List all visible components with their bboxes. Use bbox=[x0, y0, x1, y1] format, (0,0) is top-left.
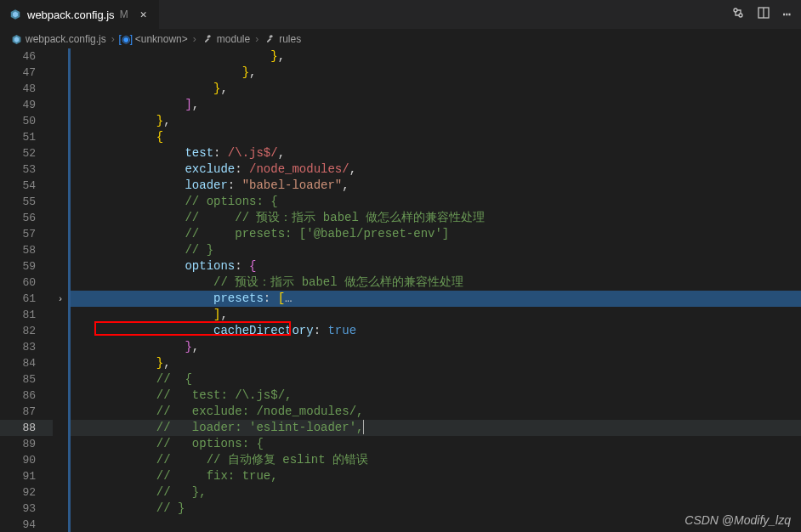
editor[interactable]: 4647484950515253545556575859606181828384… bbox=[0, 48, 801, 532]
line-number-gutter: 4647484950515253545556575859606181828384… bbox=[0, 48, 53, 532]
breadcrumb-separator: › bbox=[255, 33, 258, 45]
svg-point-0 bbox=[734, 8, 737, 12]
wrench-icon bbox=[202, 33, 213, 45]
breadcrumb: webpack.config.js › [◉] <unknown> › modu… bbox=[0, 30, 801, 48]
tab-modified-badge: M bbox=[120, 8, 128, 20]
breadcrumb-file[interactable]: webpack.config.js bbox=[10, 33, 106, 45]
symbol-icon: [◉] bbox=[120, 33, 132, 45]
close-icon[interactable]: ✕ bbox=[137, 8, 151, 21]
tab-bar: webpack.config.js M ✕ ⋯ bbox=[0, 0, 801, 30]
js-file-icon bbox=[10, 33, 22, 45]
split-editor-icon[interactable] bbox=[757, 6, 770, 24]
title-actions: ⋯ bbox=[731, 6, 801, 24]
compare-icon[interactable] bbox=[731, 6, 745, 24]
svg-point-1 bbox=[739, 14, 742, 17]
tab-webpack-config[interactable]: webpack.config.js M ✕ bbox=[0, 0, 160, 29]
breadcrumb-unknown[interactable]: [◉] <unknown> bbox=[120, 33, 188, 45]
js-file-icon bbox=[9, 8, 22, 21]
more-icon[interactable]: ⋯ bbox=[782, 6, 791, 24]
code-lines[interactable]: }, }, }, ], }, { test: /\.js$/, exclude:… bbox=[71, 48, 801, 532]
breadcrumb-separator: › bbox=[193, 33, 196, 45]
breadcrumb-module[interactable]: module bbox=[202, 33, 250, 45]
fold-gutter: › bbox=[53, 48, 68, 532]
breadcrumb-separator: › bbox=[111, 33, 115, 45]
tabs: webpack.config.js M ✕ bbox=[0, 0, 160, 29]
breadcrumb-rules[interactable]: rules bbox=[264, 33, 301, 45]
tab-filename: webpack.config.js bbox=[27, 8, 115, 21]
wrench-icon bbox=[264, 33, 276, 45]
